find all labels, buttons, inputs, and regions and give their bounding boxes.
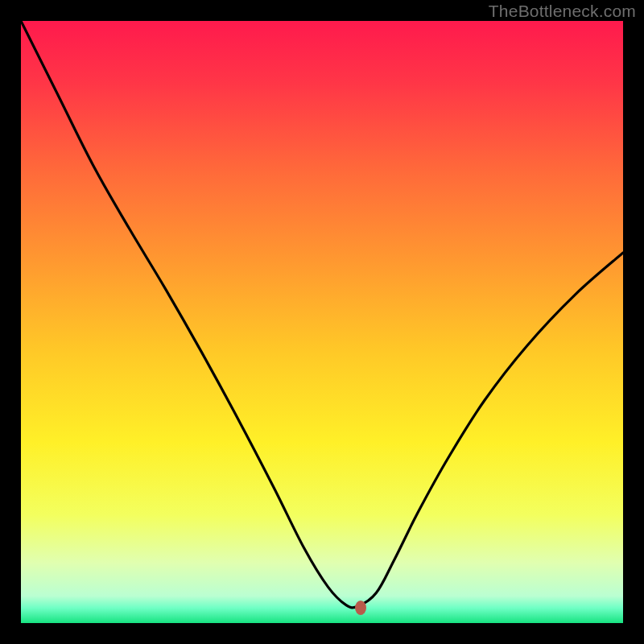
chart-frame: TheBottleneck.com	[0, 0, 644, 644]
optimum-marker	[355, 601, 366, 615]
plot-area	[21, 21, 623, 623]
gradient-rect	[21, 21, 623, 623]
gradient-background-with-curve	[21, 21, 623, 623]
watermark-text: TheBottleneck.com	[489, 2, 636, 21]
